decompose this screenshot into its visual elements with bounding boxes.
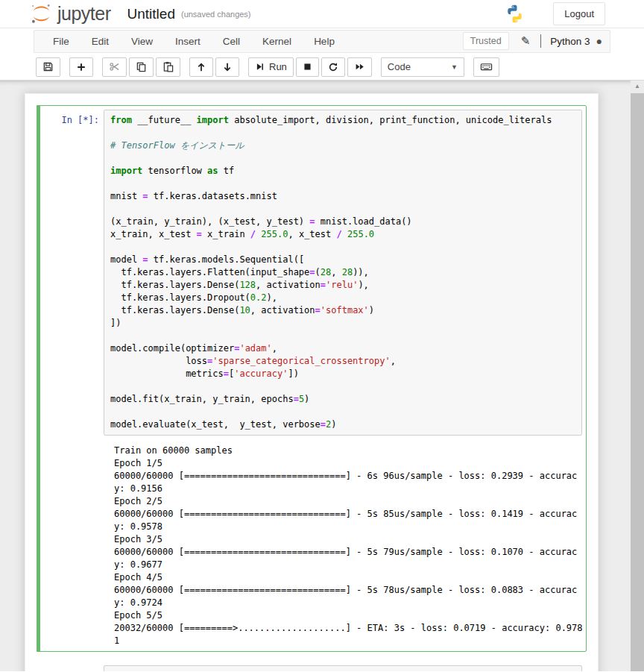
divider	[540, 34, 541, 48]
jupyter-logo[interactable]: jupyter	[30, 2, 111, 25]
run-label: Run	[269, 61, 287, 72]
training-output: Train on 60000 samples Epoch 1/5 60000/6…	[104, 445, 583, 647]
menu-items: FileEditViewInsertCellKernelHelp	[42, 31, 346, 52]
menubar-row: FileEditViewInsertCellKernelHelp Trusted…	[0, 28, 644, 54]
move-cells-down-button[interactable]	[215, 57, 239, 77]
code-editor-empty[interactable]	[104, 665, 582, 671]
code-line: metrics=['accuracy'])	[110, 368, 575, 380]
code-line	[110, 127, 575, 139]
code-line	[110, 152, 575, 165]
python-logo-icon	[505, 4, 525, 24]
keyboard-icon	[480, 61, 493, 72]
run-icon	[255, 62, 265, 72]
menubar: FileEditViewInsertCellKernelHelp Trusted…	[34, 30, 610, 53]
restart-run-all-button[interactable]	[347, 57, 372, 77]
paste-cells-button[interactable]	[156, 57, 180, 77]
restart-kernel-button[interactable]	[321, 57, 345, 77]
code-line: model.compile(optimizer='adam',	[110, 342, 575, 355]
keyboard-shortcuts-button[interactable]	[473, 57, 499, 77]
kernel-name: Python 3	[550, 36, 590, 47]
code-line: tf.keras.layers.Dense(10, activation='so…	[110, 304, 575, 317]
arrow-down-icon	[222, 62, 233, 72]
interrupt-kernel-button[interactable]	[296, 57, 319, 77]
refresh-icon	[328, 62, 338, 72]
code-line: mnist = tf.keras.datasets.mnist	[110, 190, 575, 203]
code-line: ])	[110, 317, 575, 330]
code-line: import tensorflow as tf	[110, 165, 575, 178]
brand-text: jupyter	[57, 3, 111, 25]
jupyter-logo-icon	[30, 2, 53, 25]
code-line: (x_train, y_train), (x_test, y_test) = m…	[110, 216, 575, 228]
copy-cells-button[interactable]	[129, 57, 154, 77]
code-line: model.fit(x_train, y_train, epochs=5)	[110, 393, 575, 406]
code-line: x_train, x_test = x_train / 255.0, x_tes…	[110, 228, 575, 241]
kernel-busy-indicator-icon: ●	[596, 36, 602, 46]
move-cells-up-button[interactable]	[189, 57, 213, 77]
notebook-area: In [*]: from __future__ import absolute_…	[0, 81, 644, 671]
menu-item-view[interactable]: View	[120, 31, 164, 52]
cell-type-value: Code	[388, 61, 411, 72]
menu-item-file[interactable]: File	[42, 31, 80, 52]
plus-icon	[76, 62, 86, 72]
menu-item-help[interactable]: Help	[303, 31, 346, 52]
code-line: tf.keras.layers.Flatten(input_shape=(28,…	[110, 266, 575, 279]
input-prompt: In [ ]:	[41, 665, 104, 671]
save-status: (unsaved changes)	[181, 10, 251, 19]
code-line: tf.keras.layers.Dense(128, activation='r…	[110, 279, 575, 292]
cut-cells-button[interactable]	[102, 57, 127, 77]
menu-item-insert[interactable]: Insert	[164, 31, 212, 52]
code-line: loss='sparse_categorical_crossentropy',	[110, 355, 575, 368]
copy-icon	[136, 61, 147, 72]
output-area: Train on 60000 samples Epoch 1/5 60000/6…	[41, 445, 582, 647]
run-cell-button[interactable]: Run	[248, 57, 294, 77]
edit-mode-pencil-icon: ✎	[521, 34, 531, 48]
menu-item-edit[interactable]: Edit	[80, 31, 120, 52]
code-line: model = tf.keras.models.Sequential([	[110, 254, 575, 266]
trusted-badge[interactable]: Trusted	[463, 32, 509, 50]
notebook-title[interactable]: Untitled	[127, 6, 175, 22]
code-line: tf.keras.layers.Dropout(0.2),	[110, 292, 575, 304]
fast-forward-icon	[354, 62, 365, 72]
code-line	[110, 380, 575, 393]
save-icon	[42, 61, 54, 72]
code-editor[interactable]: from __future__ import absolute_import, …	[104, 110, 582, 436]
input-prompt: In [*]:	[41, 110, 104, 436]
scrollbar-up-arrow-icon[interactable]: ▲	[631, 81, 644, 92]
app-header: jupyter Untitled (unsaved changes) Logou…	[0, 0, 644, 28]
notebook-container: In [*]: from __future__ import absolute_…	[25, 93, 599, 671]
menu-item-kernel[interactable]: Kernel	[251, 31, 303, 52]
paste-icon	[162, 61, 174, 72]
scrollbar[interactable]: ▲	[631, 81, 644, 671]
toolbar: Run Code ▼	[0, 54, 644, 81]
scissors-icon	[109, 61, 120, 72]
scrollbar-thumb[interactable]	[631, 93, 644, 671]
code-line	[110, 330, 575, 342]
code-line: from __future__ import absolute_import, …	[110, 114, 575, 127]
chevron-down-icon: ▼	[451, 63, 458, 71]
code-cell-running[interactable]: In [*]: from __future__ import absolute_…	[37, 105, 587, 652]
insert-cell-below-button[interactable]	[69, 57, 93, 77]
code-line	[110, 241, 575, 254]
code-line	[110, 406, 575, 418]
save-button[interactable]	[36, 57, 60, 77]
code-cell-empty[interactable]: In [ ]:	[37, 661, 587, 671]
arrow-up-icon	[196, 62, 206, 72]
menu-item-cell[interactable]: Cell	[212, 31, 251, 52]
code-line	[110, 178, 575, 190]
code-line: # TensorFlow をインストール	[110, 139, 575, 152]
logout-button[interactable]: Logout	[553, 2, 605, 25]
output-prompt	[41, 445, 104, 647]
code-line: model.evaluate(x_test, y_test, verbose=2…	[110, 418, 575, 431]
code-line	[110, 203, 575, 216]
cell-type-dropdown[interactable]: Code ▼	[381, 57, 464, 77]
stop-icon	[303, 62, 312, 72]
